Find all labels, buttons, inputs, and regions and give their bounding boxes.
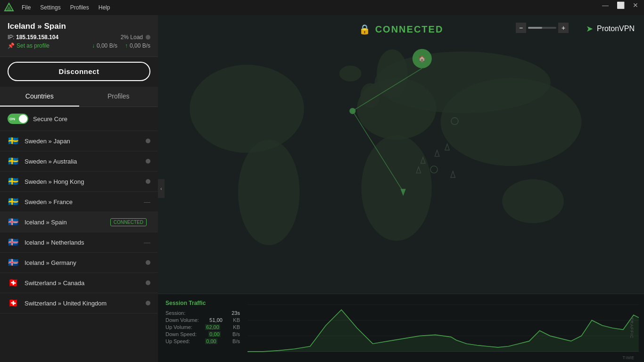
svg-marker-16 (445, 144, 449, 150)
down-arrow-icon: ↓ (92, 42, 95, 49)
down-speed-value: 0,00 (208, 331, 220, 337)
list-item[interactable]: 🇸🇪 Sweden » Japan (0, 131, 158, 151)
down-speed-row: Down Speed: 0,00 B/s (165, 331, 240, 337)
server-name: Iceland » Germany (25, 259, 146, 266)
traffic-label-traffic: TRAFFIC (629, 318, 634, 339)
flag-sweden-australia: 🇸🇪 (8, 157, 19, 165)
lock-icon: 🔒 (359, 24, 372, 35)
up-speed-label: Up Speed: (165, 338, 190, 344)
svg-point-10 (238, 140, 300, 245)
tab-profiles[interactable]: Profiles (79, 87, 158, 107)
session-value: 23s (231, 310, 240, 316)
traffic-graph: TRAFFIC TIME (248, 294, 644, 362)
server-dot (146, 260, 150, 265)
up-speed-value: 0,00 (205, 338, 217, 344)
load-info: 2% Load (121, 34, 150, 41)
menu-profiles[interactable]: Profiles (66, 2, 94, 13)
flag-sweden-japan: 🇸🇪 (8, 137, 19, 145)
pin-icon: 📌 (8, 42, 15, 49)
set-profile-label: Set as profile (17, 42, 50, 49)
svg-point-18 (430, 166, 438, 173)
list-item[interactable]: 🇸🇪 Sweden » Hong Kong (0, 172, 158, 192)
server-name: Sweden » Hong Kong (25, 178, 146, 185)
down-vol-label: Down Volume: (165, 317, 199, 323)
up-vol-value: 62,00 (205, 324, 220, 330)
zoom-slider[interactable] (528, 27, 556, 29)
server-name: Sweden » France (25, 198, 144, 206)
logo (4, 2, 14, 13)
minimize-button[interactable]: — (601, 2, 610, 8)
svg-point-9 (190, 65, 304, 153)
down-speed: ↓ 0,00 B/s (92, 42, 117, 49)
list-item[interactable]: 🇨🇭 Switzerland » Canada (0, 273, 158, 293)
server-dash: — (144, 239, 150, 246)
zoom-in-button[interactable]: + (558, 23, 569, 33)
traffic-stats: Session Traffic Session: 23s Down Volume… (158, 294, 248, 362)
zoom-out-button[interactable]: − (516, 23, 526, 33)
server-name: Switzerland » Canada (25, 280, 146, 287)
set-profile-link[interactable]: 📌 Set as profile (8, 42, 50, 49)
list-item-connected[interactable]: 🇮🇸 Iceland » Spain CONNECTED (0, 212, 158, 232)
server-dot (146, 159, 150, 164)
ip-address: IP: 185.159.158.104 (8, 34, 58, 41)
profile-row: 📌 Set as profile ↓ 0,00 B/s ↑ 0,00 B/s (8, 42, 150, 49)
tab-bar: Countries Profiles (0, 87, 158, 107)
flag-iceland-spain: 🇮🇸 (8, 218, 19, 226)
server-dash: — (144, 198, 150, 206)
down-vol-value: 51,00 (209, 317, 223, 323)
titlebar: File Settings Profiles Help — ⬜ ✕ (0, 0, 644, 15)
traffic-panel: Session Traffic Session: 23s Down Volume… (158, 294, 644, 362)
flag-iceland-nl: 🇮🇸 (8, 238, 19, 247)
collapse-sidebar-button[interactable]: ‹ (158, 179, 165, 198)
main-layout: Iceland » Spain IP: 185.159.158.104 2% L… (0, 15, 644, 362)
svg-text:🏠: 🏠 (418, 55, 426, 63)
svg-point-19 (349, 108, 355, 114)
flag-iceland-germany: 🇮🇸 (8, 258, 19, 267)
menu-settings[interactable]: Settings (35, 2, 65, 13)
down-speed-unit: B/s (232, 331, 240, 337)
secure-core-row: ON Secure Core (0, 107, 158, 131)
list-item[interactable]: 🇸🇪 Sweden » France — (0, 192, 158, 212)
world-map: 🏠 (165, 34, 644, 294)
down-speed-label: Down Speed: (165, 331, 197, 337)
down-vol-row: Down Volume: 51,00 KB (165, 317, 240, 323)
server-dot (146, 301, 150, 305)
server-name: Iceland » Netherlands (25, 239, 144, 246)
ip-row: IP: 185.159.158.104 2% Load (8, 34, 150, 41)
close-button[interactable]: ✕ (631, 2, 640, 8)
svg-marker-13 (435, 150, 439, 156)
disconnect-button[interactable]: Disconnect (8, 62, 150, 81)
flag-sweden-hk: 🇸🇪 (8, 177, 19, 186)
zoom-controls: − + (516, 23, 569, 33)
secure-core-toggle[interactable]: ON (8, 114, 28, 124)
server-dot (146, 139, 150, 143)
zoom-bar-fill (528, 27, 542, 29)
proton-brand-label: ProtonVPN (597, 25, 635, 33)
up-speed-unit: B/s (232, 338, 240, 344)
menu-file[interactable]: File (17, 2, 35, 13)
flag-sweden-france: 🇸🇪 (8, 197, 19, 206)
svg-point-5 (339, 66, 362, 82)
connected-text: CONNECTED (375, 24, 444, 35)
list-item[interactable]: 🇸🇪 Sweden » Australia (0, 151, 158, 172)
list-item[interactable]: 🇮🇸 Iceland » Netherlands — (0, 232, 158, 253)
tab-countries[interactable]: Countries (0, 87, 79, 107)
protonvpn-logo: ➤ ProtonVPN (586, 24, 635, 34)
server-dot (146, 179, 150, 184)
up-vol-unit: KB (233, 324, 240, 330)
server-name: Iceland » Spain (25, 219, 110, 226)
session-row: Session: 23s (165, 310, 240, 316)
connected-badge: CONNECTED (110, 218, 147, 226)
load-value: 2% Load (121, 34, 143, 41)
ip-value: 185.159.158.104 (16, 34, 58, 41)
toggle-on-label: ON (9, 117, 15, 121)
left-panel: Iceland » Spain IP: 185.159.158.104 2% L… (0, 15, 158, 362)
window-controls: — ⬜ ✕ (601, 2, 640, 8)
menu-help[interactable]: Help (94, 2, 115, 13)
down-vol-unit: KB (233, 317, 240, 323)
up-speed: ↑ 0,00 B/s (125, 42, 150, 49)
list-item[interactable]: 🇨🇭 Switzerland » United Kingdom (0, 293, 158, 313)
up-vol-label: Up Volume: (165, 324, 192, 330)
list-item[interactable]: 🇮🇸 Iceland » Germany (0, 253, 158, 273)
maximize-button[interactable]: ⬜ (616, 2, 625, 8)
